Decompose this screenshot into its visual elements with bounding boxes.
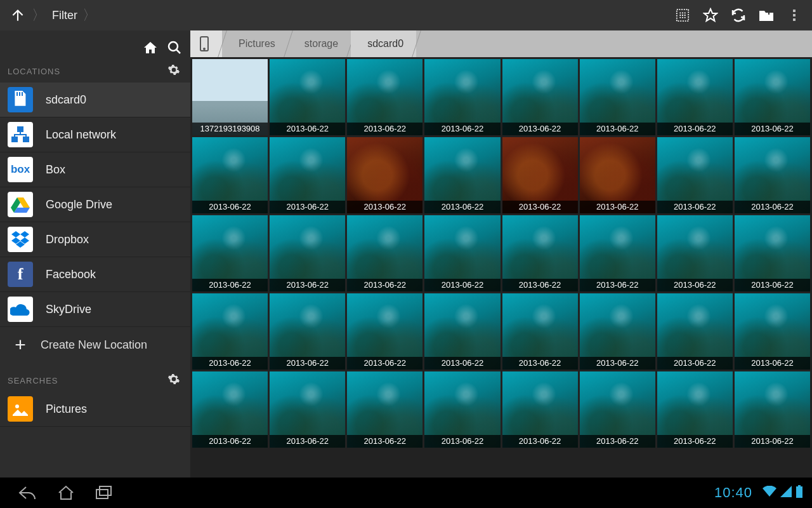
- search-button[interactable]: [164, 37, 185, 58]
- thumbnail-caption: 2013-06-22: [424, 435, 500, 448]
- gdrive-icon: [8, 192, 33, 217]
- thumbnail-caption: 2013-06-22: [502, 123, 578, 135]
- location-item-gdrive[interactable]: Google Drive: [0, 187, 190, 222]
- new-folder-button[interactable]: [752, 0, 780, 30]
- thumbnail-tile[interactable]: 2013-06-22: [580, 371, 655, 448]
- thumbnail-tile[interactable]: 2013-06-22: [657, 371, 733, 448]
- up-button[interactable]: [4, 0, 32, 30]
- thumbnail-tile[interactable]: 2013-06-22: [347, 371, 422, 448]
- favorite-button[interactable]: [697, 0, 724, 30]
- content-area: Picturesstoragesdcard0 13721931939082013…: [190, 30, 812, 478]
- thumbnail-tile[interactable]: 2013-06-22: [424, 59, 500, 135]
- thumbnail-caption: 2013-06-22: [347, 279, 422, 291]
- thumbnail-caption: 2013-06-22: [424, 201, 500, 213]
- thumbnail-caption: 2013-06-22: [657, 357, 733, 370]
- location-item-box[interactable]: box Box: [0, 152, 190, 187]
- thumbnail-tile[interactable]: 2013-06-22: [657, 215, 733, 291]
- refresh-button[interactable]: [724, 0, 752, 30]
- location-item-network[interactable]: Local network: [0, 117, 190, 152]
- thumbnail-grid[interactable]: 13721931939082013-06-222013-06-222013-06…: [190, 57, 812, 478]
- skydrive-icon: [8, 297, 33, 322]
- thumbnail-tile[interactable]: 2013-06-22: [502, 137, 578, 213]
- thumbnail-tile[interactable]: 2013-06-22: [502, 59, 578, 135]
- search-item-pictures[interactable]: Pictures: [0, 392, 190, 427]
- thumbnail-caption: 2013-06-22: [270, 435, 345, 448]
- location-item-sdcard[interactable]: sdcard0: [0, 83, 190, 117]
- thumbnail-tile[interactable]: 2013-06-22: [270, 371, 345, 448]
- thumbnail-tile[interactable]: 2013-06-22: [735, 59, 810, 135]
- create-new-location[interactable]: + Create New Location: [0, 327, 190, 363]
- svg-marker-22: [20, 231, 29, 237]
- thumbnail-caption: 2013-06-22: [502, 201, 578, 213]
- thumbnail-tile[interactable]: 2013-06-22: [192, 137, 268, 213]
- svg-rect-16: [12, 137, 17, 142]
- thumbnail-tile[interactable]: 2013-06-22: [347, 59, 422, 135]
- thumbnail-tile[interactable]: 2013-06-22: [347, 293, 422, 370]
- locations-header: LOCATIONS: [0, 61, 190, 83]
- recent-apps-button[interactable]: [85, 478, 123, 508]
- network-icon: [8, 122, 33, 147]
- thumbnail-tile[interactable]: 2013-06-22: [502, 293, 578, 370]
- breadcrumb-segment[interactable]: storage: [288, 30, 351, 57]
- searches-settings-button[interactable]: [167, 373, 183, 388]
- thumbnail-tile[interactable]: 2013-06-22: [735, 293, 810, 370]
- locations-settings-button[interactable]: [167, 64, 183, 79]
- svg-rect-17: [23, 137, 29, 142]
- thumbnail-tile[interactable]: 2013-06-22: [580, 137, 655, 213]
- location-label: Box: [46, 163, 65, 177]
- battery-icon: [796, 485, 803, 500]
- home-button[interactable]: [140, 37, 161, 58]
- search-label: Pictures: [46, 403, 87, 416]
- svg-line-11: [176, 50, 180, 53]
- thumbnail-caption: 2013-06-22: [735, 435, 810, 448]
- thumbnail-tile[interactable]: 1372193193908: [192, 59, 268, 135]
- breadcrumb-segment[interactable]: sdcard0: [351, 30, 416, 57]
- svg-point-26: [15, 404, 19, 408]
- location-item-skydrive[interactable]: SkyDrive: [0, 292, 190, 327]
- thumbnail-caption: 2013-06-22: [270, 279, 345, 291]
- thumbnail-caption: 2013-06-22: [735, 123, 810, 135]
- home-nav-button[interactable]: [47, 478, 85, 508]
- location-item-facebook[interactable]: f Facebook: [0, 257, 190, 292]
- back-button[interactable]: [9, 478, 47, 508]
- thumbnail-tile[interactable]: 2013-06-22: [424, 371, 500, 448]
- location-item-dropbox[interactable]: Dropbox: [0, 222, 190, 257]
- thumbnail-tile[interactable]: 2013-06-22: [270, 137, 345, 213]
- thumbnail-tile[interactable]: 2013-06-22: [502, 371, 578, 448]
- thumbnail-tile[interactable]: 2013-06-22: [735, 137, 810, 213]
- thumbnail-tile[interactable]: 2013-06-22: [657, 59, 733, 135]
- thumbnail-tile[interactable]: 2013-06-22: [580, 215, 655, 291]
- svg-rect-30: [100, 486, 111, 495]
- thumbnail-tile[interactable]: 2013-06-22: [270, 59, 345, 135]
- thumbnail-tile[interactable]: 2013-06-22: [347, 215, 422, 291]
- thumbnail-tile[interactable]: 2013-06-22: [580, 59, 655, 135]
- thumbnail-tile[interactable]: 2013-06-22: [735, 371, 810, 448]
- location-label: Dropbox: [46, 233, 89, 246]
- sdcard-icon: [8, 87, 33, 112]
- svg-rect-32: [798, 485, 801, 486]
- svg-rect-9: [793, 18, 796, 21]
- thumbnail-tile[interactable]: 2013-06-22: [657, 137, 733, 213]
- overflow-menu-button[interactable]: [780, 0, 808, 30]
- thumbnail-tile[interactable]: 2013-06-22: [502, 215, 578, 291]
- select-view-button[interactable]: [669, 0, 697, 30]
- thumbnail-tile[interactable]: 2013-06-22: [424, 215, 500, 291]
- thumbnail-tile[interactable]: 2013-06-22: [270, 215, 345, 291]
- breadcrumb-segment[interactable]: Pictures: [222, 30, 288, 57]
- breadcrumb-root[interactable]: [190, 30, 222, 57]
- thumbnail-tile[interactable]: 2013-06-22: [270, 293, 345, 370]
- thumbnail-tile[interactable]: 2013-06-22: [424, 137, 500, 213]
- thumbnail-tile[interactable]: 2013-06-22: [192, 215, 268, 291]
- thumbnail-tile[interactable]: 2013-06-22: [347, 137, 422, 213]
- thumbnail-tile[interactable]: 2013-06-22: [192, 293, 268, 370]
- thumbnail-caption: 2013-06-22: [192, 357, 268, 370]
- location-label: Local network: [46, 128, 116, 142]
- plus-icon: +: [8, 335, 33, 354]
- svg-point-10: [169, 42, 178, 51]
- thumbnail-caption: 2013-06-22: [657, 201, 733, 213]
- thumbnail-tile[interactable]: 2013-06-22: [580, 293, 655, 370]
- thumbnail-tile[interactable]: 2013-06-22: [657, 293, 733, 370]
- thumbnail-tile[interactable]: 2013-06-22: [424, 293, 500, 370]
- thumbnail-tile[interactable]: 2013-06-22: [192, 371, 268, 448]
- thumbnail-tile[interactable]: 2013-06-22: [735, 215, 810, 291]
